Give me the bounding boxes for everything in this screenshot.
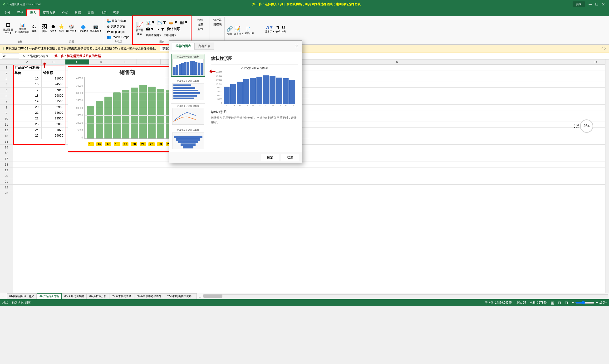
tab-data[interactable]: 数据: [71, 10, 84, 16]
cell-b9[interactable]: 34600: [42, 110, 65, 116]
btn-symbol[interactable]: Ω 符号: [281, 25, 286, 33]
name-box[interactable]: [2, 53, 19, 59]
cell-a6[interactable]: 18: [13, 93, 42, 99]
btn-shapes[interactable]: ⬟ 形状▼: [49, 24, 57, 33]
btn-column-chart[interactable]: 📊▼: [145, 19, 156, 26]
thumb-2-bar[interactable]: 产品定价分析表 销售额: [171, 79, 205, 101]
cell-a4[interactable]: 16: [13, 82, 42, 87]
row-9-num[interactable]: 9: [0, 110, 13, 116]
close-button[interactable]: ✕: [600, 2, 607, 7]
dialog-close-btn[interactable]: ✕: [294, 43, 299, 49]
cell-b2[interactable]: 销售额: [42, 70, 65, 76]
btn-column-spark[interactable]: 柱形: [197, 23, 203, 27]
tab-file[interactable]: 文件: [1, 10, 14, 16]
cell-a11[interactable]: 23: [13, 122, 42, 127]
tab-insert[interactable]: 插入: [27, 10, 39, 16]
btn-bing-maps[interactable]: 🗺 Bing Maps: [106, 29, 130, 34]
row-17-num[interactable]: 17: [0, 156, 13, 162]
row-12-num[interactable]: 12: [0, 128, 13, 133]
cell-a8[interactable]: 20: [13, 105, 42, 110]
row-23-num[interactable]: 23: [0, 190, 13, 196]
cell-a3[interactable]: 15: [13, 76, 42, 82]
btn-3d-models[interactable]: 🎲 3D 模型▼: [65, 24, 77, 33]
row-1-num[interactable]: 1: [0, 65, 13, 70]
thumb-3-line[interactable]: 产品定价分析表 销售额: [171, 103, 205, 126]
row-2-num[interactable]: 2: [0, 70, 13, 76]
col-F-header[interactable]: F: [137, 59, 161, 65]
btn-link[interactable]: 🔗 链接: [226, 26, 233, 36]
btn-formula[interactable]: π 公式: [275, 25, 280, 33]
cell-b11[interactable]: 32000: [42, 122, 65, 127]
zoom-in-btn[interactable]: +: [596, 300, 598, 305]
btn-pictures[interactable]: 🖼 图片: [41, 23, 48, 34]
maximize-button[interactable]: □: [594, 2, 600, 6]
row-14-num[interactable]: 14: [0, 139, 13, 145]
thumb-1-clustered-column[interactable]: 产品定价分析表 销售额: [171, 54, 205, 77]
btn-3d-map[interactable]: 三维地图▼: [163, 33, 177, 38]
row-20-num[interactable]: 20: [0, 173, 13, 179]
row-18-num[interactable]: 18: [0, 162, 13, 168]
notification-close[interactable]: ✕: [604, 46, 607, 51]
row-10-num[interactable]: 10: [0, 116, 13, 122]
tab-home[interactable]: 开始: [14, 10, 27, 16]
col-C-header[interactable]: C: [65, 59, 89, 65]
btn-screenshot[interactable]: 📷 屏幕截图▼: [90, 24, 102, 33]
row-21-num[interactable]: 21: [0, 179, 13, 185]
btn-smartart[interactable]: 🔷 SmartArt: [78, 24, 88, 33]
tab-06[interactable]: 06-各中学中考平均分: [134, 293, 164, 299]
cell-b12[interactable]: 31070: [42, 128, 65, 133]
cell-a13[interactable]: 25: [13, 133, 42, 139]
dialog-cancel-btn[interactable]: 取消: [281, 154, 299, 161]
cell-b5[interactable]: 27050: [42, 88, 65, 93]
btn-scatter-chart[interactable]: ⋯▼: [156, 26, 165, 33]
btn-wordart[interactable]: A▼ 艺术字▼: [265, 25, 274, 33]
tab-01[interactable]: 01-图表的用途、意义: [7, 293, 37, 299]
minimize-button[interactable]: ─: [587, 2, 594, 7]
cell-b13[interactable]: 29050: [42, 133, 65, 139]
btn-pivot-table[interactable]: ⊞ 数据透视视图▼: [2, 21, 14, 35]
btn-textbox[interactable]: 📝 文本框: [234, 26, 241, 36]
row-13-num[interactable]: 13: [0, 133, 13, 139]
btn-timeline[interactable]: 日程表: [213, 23, 222, 27]
dialog-tab-all[interactable]: 所有图表: [194, 43, 214, 50]
tab-help[interactable]: 帮助: [110, 10, 123, 16]
cell-b7[interactable]: 31560: [42, 99, 65, 104]
cell-a7[interactable]: 19: [13, 99, 42, 104]
row-7-num[interactable]: 7: [0, 99, 13, 105]
cell-a9[interactable]: 21: [13, 110, 42, 116]
vertical-scrollbar[interactable]: [605, 59, 609, 293]
zoom-out-btn[interactable]: −: [572, 300, 574, 305]
row-8-num[interactable]: 8: [0, 105, 13, 110]
btn-winloss-spark[interactable]: 盈亏: [197, 27, 203, 31]
tab-04[interactable]: 04-多指标分析: [87, 293, 109, 299]
btn-line-spark[interactable]: 折线: [197, 18, 203, 22]
btn-my-addins[interactable]: ⚙ 我的加载项: [106, 24, 130, 29]
tab-05[interactable]: 05-四季度销售额: [109, 293, 134, 299]
cell-a1[interactable]: 产品定价分析表: [13, 65, 42, 70]
cell-b1[interactable]: [42, 65, 65, 70]
tab-formula[interactable]: 公式: [59, 10, 71, 16]
tab-view[interactable]: 视图: [97, 10, 110, 16]
cell-b10[interactable]: 33550: [42, 116, 65, 122]
horizontal-scrollbar[interactable]: [203, 294, 608, 298]
btn-pivot-chart[interactable]: 数据透视图▼: [145, 33, 162, 38]
cell-b3[interactable]: 21000: [42, 76, 65, 82]
btn-recommended-pivot[interactable]: 📊 推荐的数据透视视图: [14, 22, 30, 35]
row-3-num[interactable]: 3: [0, 76, 13, 82]
tab-07[interactable]: 07-不同时期四季度销…: [164, 293, 197, 299]
col-O-header[interactable]: O: [586, 59, 605, 65]
row-15-num[interactable]: 15: [0, 145, 13, 150]
cell-a10[interactable]: 22: [13, 116, 42, 122]
row-5-num[interactable]: 5: [0, 88, 13, 93]
col-B-header[interactable]: B: [42, 59, 65, 65]
view-layout[interactable]: ⊟: [558, 300, 561, 305]
btn-icons[interactable]: ⭐ 图标: [58, 24, 65, 33]
cell-a5[interactable]: 17: [13, 88, 42, 93]
col-A-header[interactable]: A: [13, 59, 42, 65]
btn-header-footer[interactable]: 📄 页眉和页脚: [242, 26, 254, 35]
tab-review[interactable]: 审阅: [84, 10, 97, 16]
cell-b6[interactable]: 29800: [42, 93, 65, 99]
cell-a2[interactable]: 单价: [13, 70, 42, 76]
col-D-header[interactable]: D: [89, 59, 113, 65]
btn-table[interactable]: 🗂 表格: [31, 24, 38, 33]
